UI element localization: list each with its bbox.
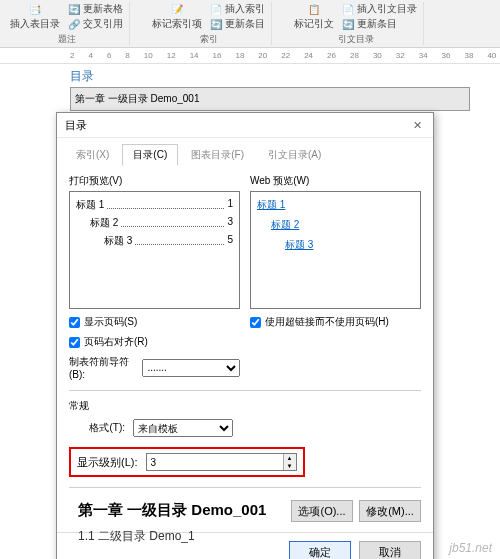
- format-label: 格式(T):: [69, 421, 125, 435]
- right-align-checkbox[interactable]: [69, 337, 80, 348]
- tab-leader-select[interactable]: .......: [142, 359, 240, 377]
- use-hyperlinks-checkbox[interactable]: [250, 317, 261, 328]
- dialog-tabs: 索引(X) 目录(C) 图表目录(F) 引文目录(A): [57, 138, 433, 166]
- mark-index-entry-button[interactable]: 📝标记索引项: [152, 2, 202, 31]
- spin-down-icon[interactable]: ▼: [284, 462, 296, 470]
- tab-toc[interactable]: 目录(C): [122, 144, 178, 166]
- toc-dialog: 目录 ✕ 索引(X) 目录(C) 图表目录(F) 引文目录(A) 打印预览(V)…: [56, 112, 434, 559]
- ok-button[interactable]: 确定: [289, 541, 351, 559]
- general-section-label: 常规: [69, 399, 421, 413]
- ruler: 24681012141618202224262830323436384042: [0, 48, 500, 64]
- watermark: jb51.net: [449, 541, 492, 555]
- toc-field[interactable]: 第一章 一级目录 Demo_001: [70, 87, 470, 111]
- modify-button[interactable]: 修改(M)...: [359, 500, 421, 522]
- tab-authorities[interactable]: 引文目录(A): [257, 144, 332, 166]
- levels-label: 显示级别(L):: [77, 455, 138, 470]
- document-body: 第一章 一级目录 Demo_001 1.1 二级目录 Demo_1: [78, 501, 266, 545]
- web-preview-label: Web 预览(W): [250, 174, 421, 188]
- heading-1: 第一章 一级目录 Demo_001: [78, 501, 266, 520]
- update-index-button[interactable]: 🔄更新条目: [210, 17, 265, 31]
- toc-title: 目录: [70, 68, 470, 85]
- show-levels-input[interactable]: [147, 454, 283, 470]
- ribbon-group-label: 引文目录: [338, 33, 374, 46]
- ribbon: 📑插入表目录 🔄更新表格 🔗交叉引用 题注 📝标记索引项 📄插入索引 🔄更新条目…: [0, 0, 500, 48]
- update-table-button[interactable]: 🔄更新表格: [68, 2, 123, 16]
- mark-citation-button[interactable]: 📋标记引文: [294, 2, 334, 31]
- ribbon-group-citations: 📋标记引文 📄插入引文目录 🔄更新条目 引文目录: [288, 2, 424, 45]
- ribbon-group-index: 📝标记索引项 📄插入索引 🔄更新条目 索引: [146, 2, 272, 45]
- format-select[interactable]: 来自模板: [133, 419, 233, 437]
- cross-reference-button[interactable]: 🔗交叉引用: [68, 17, 123, 31]
- close-icon[interactable]: ✕: [409, 117, 425, 133]
- dialog-title: 目录: [65, 118, 87, 133]
- ribbon-group-label: 索引: [200, 33, 218, 46]
- update-citation-button[interactable]: 🔄更新条目: [342, 17, 417, 31]
- dialog-titlebar: 目录 ✕: [57, 113, 433, 138]
- tab-leader-label: 制表符前导符(B):: [69, 355, 136, 380]
- options-button[interactable]: 选项(O)...: [291, 500, 353, 522]
- highlight-box: 显示级别(L): ▲▼: [69, 447, 305, 477]
- print-preview-label: 打印预览(V): [69, 174, 240, 188]
- tab-index[interactable]: 索引(X): [65, 144, 120, 166]
- tab-figures[interactable]: 图表目录(F): [180, 144, 255, 166]
- insert-citation-toc-button[interactable]: 📄插入引文目录: [342, 2, 417, 16]
- insert-table-toc-button[interactable]: 📑插入表目录: [10, 2, 60, 31]
- ribbon-group-captions: 📑插入表目录 🔄更新表格 🔗交叉引用 题注: [4, 2, 130, 45]
- insert-index-button[interactable]: 📄插入索引: [210, 2, 265, 16]
- heading-2: 1.1 二级目录 Demo_1: [78, 528, 266, 545]
- ribbon-group-label: 题注: [58, 33, 76, 46]
- print-preview-box: 标题 11标题 23标题 35: [69, 191, 240, 309]
- spin-up-icon[interactable]: ▲: [284, 454, 296, 462]
- show-page-numbers-checkbox[interactable]: [69, 317, 80, 328]
- cancel-button[interactable]: 取消: [359, 541, 421, 559]
- web-preview-box: 标题 1标题 2标题 3: [250, 191, 421, 309]
